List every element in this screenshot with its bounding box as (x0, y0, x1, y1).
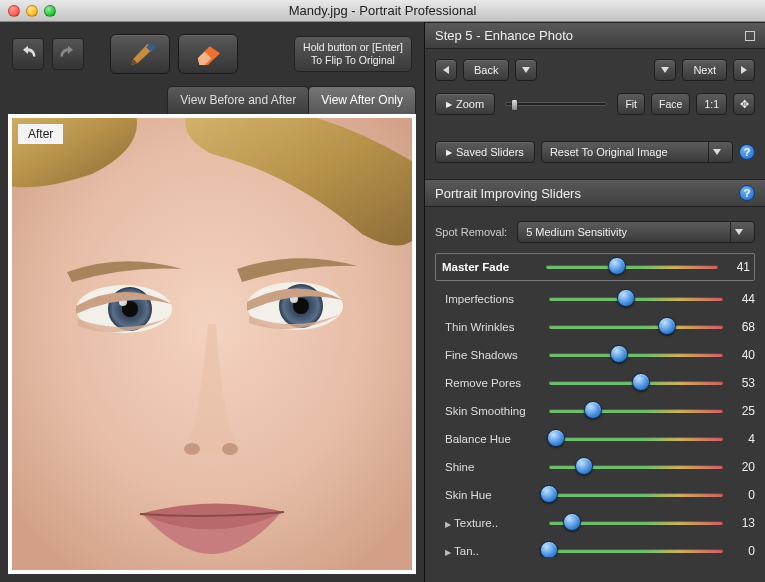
zoom-slider[interactable] (505, 102, 607, 106)
window-title: Mandy.jpg - Portrait Professional (289, 3, 477, 18)
zoom-1to1-button[interactable]: 1:1 (696, 93, 727, 115)
triangle-right-icon (741, 66, 747, 74)
undo-button[interactable] (12, 38, 44, 70)
improving-title: Portrait Improving Sliders (435, 186, 581, 201)
window-controls (8, 5, 56, 17)
view-tabs: View Before and After View After Only (0, 86, 424, 114)
slider-track[interactable] (549, 408, 723, 414)
spot-removal-label: Spot Removal: (435, 226, 507, 238)
collapse-icon[interactable] (745, 31, 755, 41)
step-header: Step 5 - Enhance Photo (425, 22, 765, 49)
slider-row-master-fade: Master Fade41 (435, 253, 755, 281)
redo-button[interactable] (52, 38, 84, 70)
slider-label: Thin Wrinkles (445, 321, 541, 333)
brush-icon (123, 41, 157, 67)
triangle-down-icon (522, 67, 530, 73)
back-arrow-button[interactable] (435, 59, 457, 81)
title-bar: Mandy.jpg - Portrait Professional (0, 0, 765, 22)
slider-label: Fine Shadows (445, 349, 541, 361)
slider-track[interactable] (549, 436, 723, 442)
slider-value: 53 (731, 376, 755, 390)
slider-knob[interactable] (617, 289, 635, 307)
slider-knob[interactable] (547, 429, 565, 447)
slider-track[interactable] (549, 548, 723, 554)
slider-knob[interactable] (658, 317, 676, 335)
slider-knob[interactable] (610, 345, 628, 363)
preview-viewport[interactable]: After (8, 114, 416, 574)
slider-row-skin-smoothing: Skin Smoothing25 (435, 397, 755, 425)
slider-value: 0 (731, 488, 755, 502)
slider-knob[interactable] (540, 541, 558, 557)
slider-knob[interactable] (575, 457, 593, 475)
slider-track[interactable] (549, 324, 723, 330)
back-button[interactable]: Back (463, 59, 509, 81)
flip-to-original-button[interactable]: Hold button or [Enter] To Flip To Origin… (294, 36, 412, 72)
zoom-window-button[interactable] (44, 5, 56, 17)
slider-label: Shine (445, 461, 541, 473)
slider-row-texture: Texture..13 (435, 509, 755, 537)
slider-track[interactable] (549, 296, 723, 302)
slider-label: Remove Pores (445, 377, 541, 389)
zoom-face-button[interactable]: Face (651, 93, 690, 115)
undo-icon (18, 44, 38, 64)
slider-knob[interactable] (608, 257, 626, 275)
slider-value: 25 (731, 404, 755, 418)
slider-label: Master Fade (442, 261, 538, 273)
slider-track[interactable] (549, 464, 723, 470)
saved-sliders-row: ▶ Saved Sliders Reset To Original Image … (425, 133, 765, 171)
flip-button-label: Hold button or [Enter] To Flip To Origin… (303, 41, 403, 67)
triangle-left-icon (443, 66, 449, 74)
next-step-menu[interactable] (654, 59, 676, 81)
slider-label: Balance Hue (445, 433, 541, 445)
slider-track[interactable] (549, 352, 723, 358)
slider-knob[interactable] (632, 373, 650, 391)
slider-track[interactable] (549, 520, 723, 526)
slider-label: Texture.. (445, 517, 541, 529)
slider-knob[interactable] (540, 485, 558, 503)
slider-label: Skin Hue (445, 489, 541, 501)
triangle-right-icon: ▶ (446, 100, 452, 109)
reset-dropdown[interactable]: Reset To Original Image (541, 141, 733, 163)
svg-point-11 (222, 443, 238, 455)
next-arrow-button[interactable] (733, 59, 755, 81)
slider-row-balance-hue: Balance Hue4 (435, 425, 755, 453)
slider-knob[interactable] (563, 513, 581, 531)
saved-sliders-button[interactable]: ▶ Saved Sliders (435, 141, 535, 163)
slider-row-thin-wrinkles: Thin Wrinkles68 (435, 313, 755, 341)
zoom-pan-button[interactable]: ✥ (733, 93, 755, 115)
slider-track[interactable] (549, 492, 723, 498)
slider-value: 40 (731, 348, 755, 362)
zoom-row: ▶ Zoom Fit Face 1:1 ✥ (425, 87, 765, 125)
slider-knob[interactable] (584, 401, 602, 419)
zoom-button[interactable]: ▶ Zoom (435, 93, 495, 115)
step-nav-row: Back Next (425, 49, 765, 87)
zoom-fit-button[interactable]: Fit (617, 93, 645, 115)
tab-before-and-after[interactable]: View Before and After (167, 86, 309, 114)
preview-after-label: After (18, 124, 63, 144)
eraser-icon (191, 41, 225, 67)
portrait-image (12, 118, 412, 570)
slider-label: Imperfections (445, 293, 541, 305)
right-pane: Step 5 - Enhance Photo Back Next ▶ Zoom … (425, 22, 765, 582)
svg-point-10 (184, 443, 200, 455)
minimize-window-button[interactable] (26, 5, 38, 17)
slider-row-shine: Shine20 (435, 453, 755, 481)
sliders-panel[interactable]: Spot Removal: 5 Medium Sensitivity Maste… (425, 207, 765, 557)
slider-label: Skin Smoothing (445, 405, 541, 417)
close-window-button[interactable] (8, 5, 20, 17)
tab-after-only[interactable]: View After Only (308, 86, 416, 114)
next-button[interactable]: Next (682, 59, 727, 81)
zoom-slider-knob[interactable] (511, 99, 518, 111)
slider-track[interactable] (546, 264, 718, 270)
help-button[interactable]: ? (739, 185, 755, 201)
slider-label: Tan.. (445, 545, 541, 557)
back-step-menu[interactable] (515, 59, 537, 81)
brush-tool-button[interactable] (110, 34, 170, 74)
spot-removal-dropdown[interactable]: 5 Medium Sensitivity (517, 221, 755, 243)
slider-row-skin-hue: Skin Hue0 (435, 481, 755, 509)
help-button[interactable]: ? (739, 144, 755, 160)
dropdown-arrow-icon (730, 222, 746, 242)
eraser-tool-button[interactable] (178, 34, 238, 74)
slider-track[interactable] (549, 380, 723, 386)
slider-value: 44 (731, 292, 755, 306)
